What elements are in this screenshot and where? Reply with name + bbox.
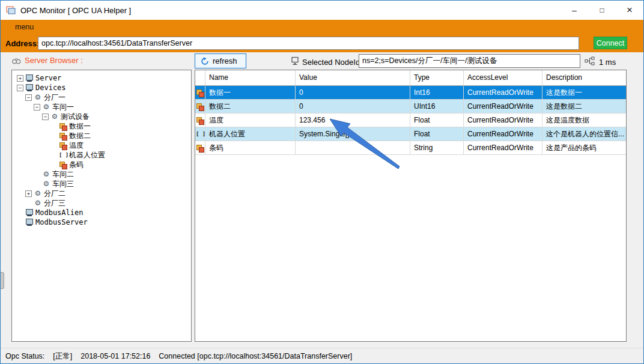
column-header-description[interactable]: Description <box>542 70 626 85</box>
tree-item[interactable]: ModbusAlien <box>13 208 191 217</box>
table-row[interactable]: 温度123.456FloatCurrentReadOrWrite这是温度数据 <box>195 114 626 127</box>
accesslevel-cell[interactable]: CurrentReadOrWrite <box>464 141 542 154</box>
tree-item-label: ModbusAlien <box>35 208 83 217</box>
value-cell[interactable] <box>296 141 410 154</box>
tree-item[interactable]: 条码 <box>13 160 191 169</box>
menu-bar: menu <box>1 20 643 34</box>
name-cell[interactable]: 机器人位置 <box>205 127 296 141</box>
tree-item[interactable]: −⚙车间一 <box>13 102 191 112</box>
tree-item-label: 测试设备 <box>61 112 90 121</box>
description-cell[interactable]: 这是数据二 <box>542 100 626 113</box>
refresh-icon <box>201 57 209 65</box>
menu-item-menu[interactable]: menu <box>11 22 37 32</box>
expand-icon[interactable]: + <box>25 190 32 197</box>
accesslevel-cell[interactable]: CurrentReadOrWrite <box>464 100 542 113</box>
gear-icon: ⚙ <box>50 112 59 121</box>
tree-item[interactable]: ⚙车间三 <box>13 179 191 189</box>
collapse-icon[interactable]: − <box>34 104 40 111</box>
collapse-icon[interactable]: − <box>42 114 49 120</box>
selected-nodeid-label: Selected NodeId: <box>302 58 362 67</box>
tree-item-label: 车间一 <box>52 102 74 112</box>
collapse-icon[interactable]: − <box>25 94 32 101</box>
tree-item[interactable]: ⚙分厂三 <box>13 198 191 208</box>
tree-item[interactable]: ⚙车间二 <box>13 169 191 179</box>
tree-item[interactable]: −⚙测试设备 <box>13 112 191 121</box>
address-bar: Address: Connect <box>1 34 643 52</box>
description-cell[interactable]: 这是产品的条码 <box>542 141 626 154</box>
tree-item[interactable]: 数据一 <box>13 121 191 131</box>
table-row[interactable]: 数据一0Int16CurrentReadOrWrite这是数据一 <box>195 86 626 100</box>
address-input[interactable] <box>38 37 579 50</box>
tree-item-label: ModbusServer <box>35 217 88 227</box>
app-window: OPC Monitor [ OPC UA Helper ] – □ × menu… <box>0 0 644 364</box>
description-cell[interactable]: 这是温度数据 <box>542 114 626 127</box>
row-header-cell <box>195 86 205 99</box>
tree-item-label: 分厂一 <box>44 93 65 102</box>
tag-icon <box>59 160 67 169</box>
name-cell[interactable]: 温度 <box>205 114 296 127</box>
accesslevel-cell[interactable]: CurrentReadOrWrite <box>464 127 542 141</box>
type-cell[interactable]: Float <box>410 127 464 141</box>
array-icon: [ ] <box>196 130 204 138</box>
collapse-icon[interactable]: − <box>17 85 23 91</box>
connect-button[interactable]: Connect <box>594 37 627 49</box>
description-cell[interactable]: 这个是机器人的位置信... <box>542 127 626 141</box>
tree-item-label: 条码 <box>69 160 84 169</box>
tag-icon <box>59 141 67 150</box>
table-row[interactable]: [ ]机器人位置System.Single[]FloatCurrentReadO… <box>195 127 626 141</box>
accesslevel-cell[interactable]: CurrentReadOrWrite <box>464 114 542 127</box>
tree-item-label: 数据二 <box>69 131 91 141</box>
tag-icon <box>196 144 204 152</box>
tree-item[interactable]: 数据二 <box>13 131 191 141</box>
type-cell[interactable]: String <box>410 141 464 154</box>
maximize-button[interactable]: □ <box>588 1 616 20</box>
gear-icon: ⚙ <box>34 189 42 198</box>
array-icon: [ ] <box>59 151 67 159</box>
gear-icon: ⚙ <box>34 93 42 102</box>
grid-header-row: NameValueTypeAccessLevelDescription <box>195 70 626 86</box>
server-icon <box>25 74 34 82</box>
column-header-name[interactable]: Name <box>205 70 296 85</box>
gear-icon: ⚙ <box>42 103 50 111</box>
app-icon <box>6 5 16 15</box>
tree-item[interactable]: −⚙分厂一 <box>13 93 191 102</box>
description-cell[interactable]: 这是数据一 <box>542 86 626 99</box>
type-cell[interactable]: Float <box>410 114 464 127</box>
tree-item[interactable]: ModbusServer <box>13 217 191 227</box>
tree-item-label: 分厂三 <box>44 198 65 208</box>
minimize-button[interactable]: – <box>560 1 588 20</box>
value-cell[interactable]: 0 <box>296 86 410 99</box>
table-row[interactable]: 数据二0UInt16CurrentReadOrWrite这是数据二 <box>195 100 626 114</box>
tree-item[interactable]: +Server <box>13 73 191 83</box>
name-cell[interactable]: 条码 <box>205 141 296 154</box>
type-cell[interactable]: UInt16 <box>410 100 464 113</box>
close-button[interactable]: × <box>616 1 643 20</box>
status-bar: Opc Status: [正常] 2018-05-01 17:52:16 Con… <box>1 348 643 364</box>
table-row[interactable]: 条码StringCurrentReadOrWrite这是产品的条码 <box>195 141 626 155</box>
tree-item-label: 数据一 <box>69 121 91 131</box>
accesslevel-cell[interactable]: CurrentReadOrWrite <box>464 86 542 99</box>
status-timestamp: 2018-05-01 17:52:16 <box>80 352 150 360</box>
name-cell[interactable]: 数据二 <box>205 100 296 113</box>
tree-item[interactable]: +⚙分厂二 <box>13 189 191 198</box>
refresh-button[interactable]: refresh <box>195 53 246 68</box>
tree-item[interactable]: [ ]机器人位置 <box>13 150 191 160</box>
tree-item[interactable]: −Devices <box>13 83 191 93</box>
column-header-value[interactable]: Value <box>296 70 410 85</box>
column-header-type[interactable]: Type <box>410 70 464 85</box>
corner-cell[interactable] <box>195 70 205 85</box>
browse-icon <box>11 57 21 64</box>
type-cell[interactable]: Int16 <box>410 86 464 99</box>
name-cell[interactable]: 数据一 <box>205 86 296 99</box>
network-icon <box>585 56 595 65</box>
expand-icon[interactable]: + <box>17 75 23 82</box>
value-cell[interactable]: 0 <box>296 100 410 113</box>
value-cell[interactable]: System.Single[] <box>296 127 410 141</box>
tree-item[interactable]: 温度 <box>13 141 191 150</box>
column-header-accesslevel[interactable]: AccessLevel <box>464 70 542 85</box>
status-state: [正常] <box>53 351 72 362</box>
gear-icon: ⚙ <box>34 199 42 207</box>
nodeid-input[interactable] <box>359 54 580 68</box>
window-controls: – □ × <box>560 1 643 20</box>
value-cell[interactable]: 123.456 <box>296 114 410 127</box>
